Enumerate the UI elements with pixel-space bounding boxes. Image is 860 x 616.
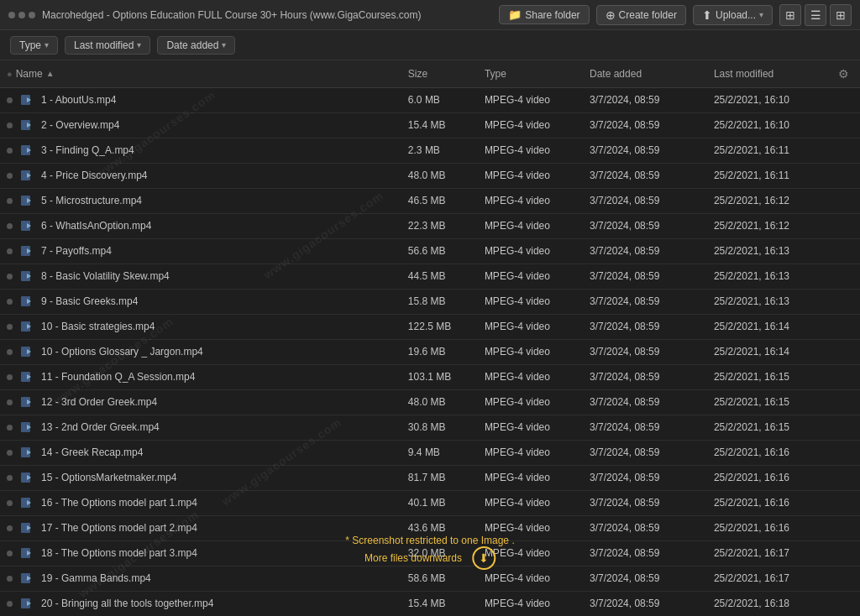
grid-view-button[interactable]: ⊞ — [830, 4, 852, 26]
file-name-cell: 6 - WhatIsAnOption.mp4 — [0, 213, 401, 238]
file-options-cell — [831, 264, 860, 289]
file-size-cell: 122.5 MB — [401, 314, 478, 339]
table-row[interactable]: 13 - 2nd Order Greek.mp4 30.8 MB MPEG-4 … — [0, 415, 860, 440]
file-name: 9 - Basic Greeks.mp4 — [41, 295, 138, 307]
type-filter-button[interactable]: Type ▾ — [10, 36, 58, 55]
file-name-cell: 18 - The Options model part 3.mp4 — [0, 540, 401, 566]
file-dateadded-cell: 3/7/2024, 08:59 — [583, 163, 707, 188]
file-size-cell: 48.0 MB — [401, 163, 478, 188]
table-row[interactable]: 12 - 3rd Order Greek.mp4 48.0 MB MPEG-4 … — [0, 389, 860, 415]
file-dateadded-cell: 3/7/2024, 08:59 — [583, 339, 707, 364]
col-header-type[interactable]: Type — [478, 60, 583, 87]
file-icon — [19, 546, 34, 561]
file-type-cell: MPEG-4 video — [478, 364, 583, 389]
row-dot — [7, 274, 13, 279]
table-row[interactable]: 18 - The Options model part 3.mp4 32.0 M… — [0, 540, 860, 566]
file-lastmod-cell: 25/2/2021, 16:10 — [707, 112, 831, 138]
file-size-cell: 15.8 MB — [401, 289, 478, 314]
table-row[interactable]: 16 - The Options model part 1.mp4 40.1 M… — [0, 490, 860, 515]
file-lastmod-cell: 25/2/2021, 16:16 — [707, 440, 831, 465]
file-size-cell: 40.1 MB — [401, 490, 478, 515]
file-type-cell: MPEG-4 video — [478, 238, 583, 264]
filter-bar: Type ▾ Last modified ▾ Date added ▾ — [0, 30, 860, 60]
file-icon — [19, 294, 34, 309]
table-row[interactable]: 8 - Basic Volatility Skew.mp4 44.5 MB MP… — [0, 264, 860, 289]
table-row[interactable]: 4 - Price Discovery.mp4 48.0 MB MPEG-4 v… — [0, 163, 860, 188]
file-options-cell — [831, 364, 860, 389]
dot2 — [18, 12, 25, 18]
file-icon — [19, 445, 34, 460]
upload-button[interactable]: ⬆ Upload... ▾ — [693, 5, 773, 25]
table-row[interactable]: 5 - Microstructure.mp4 46.5 MB MPEG-4 vi… — [0, 188, 860, 213]
dot3 — [29, 12, 35, 18]
table-row[interactable]: 9 - Basic Greeks.mp4 15.8 MB MPEG-4 vide… — [0, 289, 860, 314]
file-size-cell: 58.6 MB — [401, 566, 478, 591]
table-row[interactable]: 17 - The Options model part 2.mp4 43.6 M… — [0, 515, 860, 540]
col-header-dateadded[interactable]: Date added — [583, 60, 707, 87]
share-folder-button[interactable]: 📁 Share folder — [499, 5, 589, 24]
file-lastmod-cell: 25/2/2021, 16:18 — [707, 591, 831, 616]
file-dateadded-cell: 3/7/2024, 08:59 — [583, 515, 707, 540]
file-dateadded-cell: 3/7/2024, 08:59 — [583, 213, 707, 238]
file-list-container[interactable]: ● Name ▲ Size Type Date added Last modif… — [0, 60, 860, 616]
col-header-lastmod[interactable]: Last modified — [707, 60, 831, 87]
table-row[interactable]: 10 - Options Glossary _ Jargon.mp4 19.6 … — [0, 339, 860, 364]
file-icon — [19, 470, 34, 485]
row-dot — [7, 173, 13, 179]
list-view-button[interactable]: ☰ — [805, 4, 826, 26]
create-folder-button[interactable]: ⊕ Create folder — [596, 5, 686, 25]
file-dateadded-cell: 3/7/2024, 08:59 — [583, 465, 707, 490]
row-dot — [7, 374, 13, 380]
file-size-cell: 48.0 MB — [401, 389, 478, 415]
file-icon — [19, 344, 34, 359]
row-dot — [7, 198, 13, 204]
file-icon — [19, 571, 34, 586]
file-type-cell: MPEG-4 video — [478, 112, 583, 138]
file-name-cell: 13 - 2nd Order Greek.mp4 — [0, 415, 401, 440]
lastmodified-filter-button[interactable]: Last modified ▾ — [65, 36, 150, 55]
file-lastmod-cell: 25/2/2021, 16:15 — [707, 415, 831, 440]
file-name: 8 - Basic Volatility Skew.mp4 — [41, 270, 170, 282]
file-name: 7 - Payoffs.mp4 — [41, 245, 112, 257]
table-row[interactable]: 20 - Bringing all the tools together.mp4… — [0, 591, 860, 616]
file-dateadded-cell: 3/7/2024, 08:59 — [583, 415, 707, 440]
file-lastmod-cell: 25/2/2021, 16:16 — [707, 465, 831, 490]
row-dot — [7, 223, 13, 229]
file-type-cell: MPEG-4 video — [478, 591, 583, 616]
file-type-cell: MPEG-4 video — [478, 87, 583, 112]
file-name: 4 - Price Discovery.mp4 — [41, 170, 147, 181]
file-options-cell — [831, 389, 860, 415]
file-lastmod-cell: 25/2/2021, 16:15 — [707, 364, 831, 389]
table-row[interactable]: 1 - AboutUs.mp4 6.0 MB MPEG-4 video 3/7/… — [0, 87, 860, 112]
table-row[interactable]: 6 - WhatIsAnOption.mp4 22.3 MB MPEG-4 vi… — [0, 213, 860, 238]
table-row[interactable]: 11 - Foundation Q_A Session.mp4 103.1 MB… — [0, 364, 860, 389]
table-row[interactable]: 15 - OptionsMarketmaker.mp4 81.7 MB MPEG… — [0, 465, 860, 490]
row-dot — [7, 450, 13, 456]
dateadded-filter-button[interactable]: Date added ▾ — [157, 36, 235, 55]
file-name-cell: 15 - OptionsMarketmaker.mp4 — [0, 465, 401, 490]
table-row[interactable]: 14 - Greek Recap.mp4 9.4 MB MPEG-4 video… — [0, 440, 860, 465]
file-name: 19 - Gamma Bands.mp4 — [41, 572, 151, 584]
file-name: 3 - Finding Q_A.mp4 — [41, 144, 134, 156]
toolbar-actions: 📁 Share folder ⊕ Create folder ⬆ Upload.… — [499, 4, 852, 26]
file-icon — [19, 520, 34, 535]
file-lastmod-cell: 25/2/2021, 16:14 — [707, 339, 831, 364]
dateadded-chevron-icon: ▾ — [222, 40, 226, 50]
file-icon — [19, 369, 34, 384]
table-row[interactable]: 19 - Gamma Bands.mp4 58.6 MB MPEG-4 vide… — [0, 566, 860, 591]
image-view-button[interactable]: ⊞ — [779, 4, 801, 26]
table-header-row: ● Name ▲ Size Type Date added Last modif… — [0, 60, 860, 87]
table-row[interactable]: 2 - Overview.mp4 15.4 MB MPEG-4 video 3/… — [0, 112, 860, 138]
table-row[interactable]: 7 - Payoffs.mp4 56.6 MB MPEG-4 video 3/7… — [0, 238, 860, 264]
file-size-cell: 30.8 MB — [401, 415, 478, 440]
file-size-cell: 32.0 MB — [401, 540, 478, 566]
table-row[interactable]: 10 - Basic strategies.mp4 122.5 MB MPEG-… — [0, 314, 860, 339]
file-dateadded-cell: 3/7/2024, 08:59 — [583, 591, 707, 616]
file-options-cell — [831, 515, 860, 540]
file-name-cell: 10 - Basic strategies.mp4 — [0, 314, 401, 339]
table-row[interactable]: 3 - Finding Q_A.mp4 2.3 MB MPEG-4 video … — [0, 138, 860, 163]
col-header-settings[interactable]: ⚙ — [831, 60, 860, 87]
col-header-size[interactable]: Size — [401, 60, 478, 87]
file-type-cell: MPEG-4 video — [478, 566, 583, 591]
col-header-name[interactable]: ● Name ▲ — [0, 60, 401, 87]
